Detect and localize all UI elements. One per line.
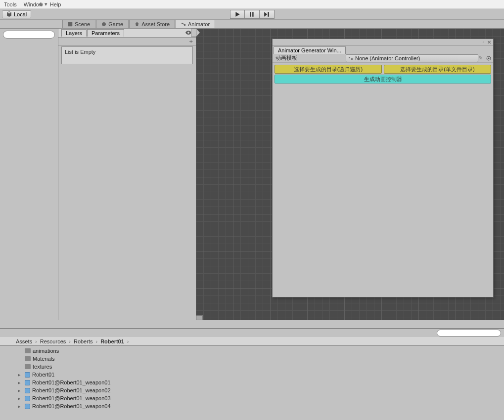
- step-button[interactable]: [260, 10, 275, 19]
- disclosure-icon[interactable]: ▸: [18, 387, 23, 394]
- minimize-icon[interactable]: ▫: [482, 40, 484, 45]
- float-window-title[interactable]: Animator Generator Win...: [274, 46, 346, 54]
- svg-rect-3: [351, 58, 353, 60]
- list-item[interactable]: animations: [18, 347, 504, 355]
- template-field-row: 动画模板 None (Animator Controller) ✎: [273, 54, 493, 63]
- svg-rect-2: [349, 57, 350, 58]
- play-icon: [234, 11, 240, 17]
- play-button[interactable]: [230, 10, 245, 19]
- item-label: Robert01@Robert01_weapon01: [32, 379, 111, 385]
- pause-icon: [249, 11, 255, 17]
- hierarchy-panel: [0, 29, 58, 320]
- lock-icon: [39, 2, 43, 6]
- layers-tabs: Layers Parameters: [58, 29, 196, 38]
- pause-button[interactable]: [245, 10, 260, 19]
- prefab-icon: [25, 404, 30, 409]
- float-tab-row: Animator Generator Win...: [273, 46, 493, 54]
- list-item[interactable]: ▸Robert01: [18, 371, 504, 378]
- prefab-icon: [25, 380, 30, 385]
- list-item[interactable]: ▸Robert01@Robert01_weapon01: [18, 378, 504, 386]
- breadcrumb-2[interactable]: Roberts: [74, 338, 93, 344]
- step-icon: [264, 11, 270, 17]
- chevron-right-icon: ›: [95, 338, 97, 344]
- disclosure-icon[interactable]: ▸: [18, 403, 23, 410]
- layers-empty: List is Empty: [61, 46, 193, 64]
- play-controls: [230, 10, 275, 19]
- tab-scene-label: Scene: [75, 21, 90, 27]
- template-field-value: None (Animator Controller): [355, 55, 420, 61]
- disclosure-icon[interactable]: ▸: [18, 395, 23, 402]
- breadcrumb: Assets› Resources› Roberts› Robert01›: [0, 337, 504, 346]
- project-search-input[interactable]: [437, 330, 501, 336]
- local-label: Local: [14, 11, 27, 17]
- folder-icon: [25, 356, 31, 361]
- list-item[interactable]: Materials: [18, 355, 504, 363]
- add-layer-row: +: [58, 38, 196, 45]
- disclosure-icon[interactable]: ▸: [18, 379, 23, 386]
- chevron-right-icon: ›: [35, 338, 37, 344]
- svg-rect-1: [184, 24, 185, 26]
- project-list: animations Materials textures ▸Robert01 …: [0, 346, 504, 411]
- tab-asset-store-label: Asset Store: [141, 21, 170, 27]
- scene-icon: [68, 22, 73, 27]
- add-icon[interactable]: +: [189, 38, 193, 45]
- item-label: Robert01@Robert01_weapon02: [32, 387, 111, 393]
- project-panel: Assets› Resources› Roberts› Robert01› an…: [0, 328, 504, 420]
- item-label: animations: [33, 348, 59, 354]
- float-titlebar[interactable]: ▫ ✕: [273, 39, 493, 46]
- canvas-breadcrumb-arrow: [191, 29, 200, 37]
- chevron-right-icon: ›: [69, 338, 71, 344]
- prefab-icon: [25, 396, 30, 401]
- item-label: Robert01: [32, 372, 54, 378]
- breadcrumb-1[interactable]: Resources: [40, 338, 66, 344]
- menu-tools[interactable]: Tools: [4, 1, 17, 7]
- layers-tab-layers[interactable]: Layers: [61, 29, 87, 37]
- folder-icon: [25, 348, 31, 353]
- select-dir-recursive-button[interactable]: 选择要生成的目录(递归遍历): [275, 65, 382, 74]
- item-label: Materials: [33, 356, 55, 362]
- prefab-icon: [25, 388, 30, 393]
- toolbar: Local: [0, 9, 504, 20]
- breadcrumb-0[interactable]: Assets: [16, 338, 32, 344]
- menu-bar: Tools Window Help: [0, 0, 504, 9]
- layers-panel: Layers Parameters + List is Empty: [58, 29, 196, 320]
- close-icon[interactable]: ✕: [487, 40, 491, 45]
- svg-point-5: [488, 57, 490, 59]
- animator-icon: [181, 22, 186, 27]
- edit-icon[interactable]: ✎: [478, 55, 484, 61]
- tab-animator[interactable]: Animator: [176, 20, 215, 28]
- list-item[interactable]: ▸Robert01@Robert01_weapon03: [18, 394, 504, 402]
- game-icon: [101, 22, 106, 27]
- animator-generator-window: ▫ ✕ Animator Generator Win... 动画模板 None …: [272, 39, 494, 297]
- dropdown-arrow-icon: ▾: [45, 1, 47, 7]
- tab-scene[interactable]: Scene: [62, 20, 95, 28]
- lock-indicator: ▾: [39, 1, 47, 7]
- tab-game[interactable]: Game: [96, 20, 129, 28]
- menu-help[interactable]: Help: [50, 1, 61, 7]
- breadcrumb-3[interactable]: Robert01: [100, 338, 124, 344]
- item-label: textures: [33, 364, 52, 370]
- object-picker-icon[interactable]: [485, 55, 492, 62]
- cube-icon: [6, 11, 12, 17]
- tab-asset-store[interactable]: Asset Store: [129, 20, 175, 28]
- prefab-icon: [25, 372, 30, 378]
- template-object-field[interactable]: None (Animator Controller): [346, 54, 478, 62]
- view-tabs: ▾ Scene Game Asset Store Animator: [0, 20, 504, 29]
- template-field-label: 动画模板: [273, 54, 346, 62]
- generate-button[interactable]: 生成动画控制器: [275, 75, 491, 84]
- list-item[interactable]: ▸Robert01@Robert01_weapon02: [18, 386, 504, 394]
- chevron-right-icon: ›: [127, 338, 129, 344]
- tab-game-label: Game: [108, 21, 123, 27]
- layers-tab-parameters[interactable]: Parameters: [87, 29, 124, 37]
- list-item[interactable]: textures: [18, 363, 504, 371]
- list-item[interactable]: ▸Robert01@Robert01_weapon04: [18, 402, 504, 410]
- select-dir-single-button[interactable]: 选择要生成的目录(单文件目录): [384, 65, 491, 74]
- visibility-icon[interactable]: [185, 30, 192, 36]
- local-button[interactable]: Local: [2, 10, 31, 18]
- select-dir-buttons: 选择要生成的目录(递归遍历) 选择要生成的目录(单文件目录): [273, 63, 493, 75]
- layers-empty-label: List is Empty: [65, 49, 95, 55]
- disclosure-icon[interactable]: ▸: [18, 372, 23, 378]
- hierarchy-search[interactable]: [3, 31, 55, 39]
- folder-icon: [25, 364, 31, 369]
- canvas-scrollbar-horizontal[interactable]: [196, 315, 203, 320]
